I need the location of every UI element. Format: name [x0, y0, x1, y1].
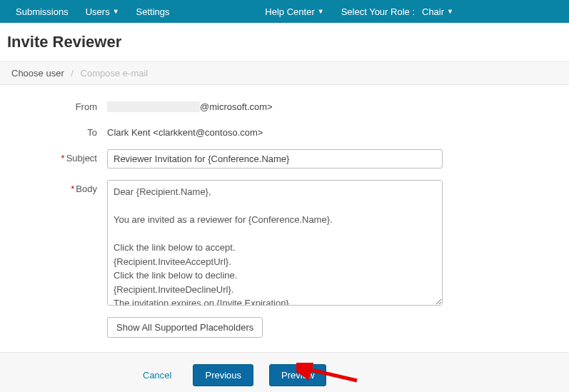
cancel-link[interactable]: Cancel [143, 370, 171, 381]
nav-help-label: Help Center [265, 6, 314, 17]
nav-users[interactable]: Users ▼ [77, 0, 128, 23]
from-value-suffix: @microsoft.com> [200, 101, 273, 112]
preview-button[interactable]: Preview [269, 364, 326, 386]
nav-users-label: Users [86, 6, 110, 17]
from-label: From [29, 98, 107, 112]
nav-settings[interactable]: Settings [128, 0, 178, 23]
nav-help-center[interactable]: Help Center ▼ [256, 0, 332, 23]
breadcrumb-step-compose-email: Compose e-mail [81, 68, 148, 79]
to-value: Clark Kent <clarkkent@contoso.com> [107, 124, 263, 138]
compose-email-form: From xxxxxxxxxxxxxxxxxxxx@microsoft.com>… [0, 85, 569, 338]
from-value: xxxxxxxxxxxxxxxxxxxx@microsoft.com> [107, 98, 273, 112]
nav-role-selector[interactable]: Select Your Role : Chair ▼ [333, 0, 462, 23]
body-label: *Body [29, 180, 107, 194]
previous-button[interactable]: Previous [193, 364, 253, 386]
chevron-down-icon: ▼ [113, 8, 119, 15]
chevron-down-icon: ▼ [447, 8, 453, 15]
show-placeholders-button[interactable]: Show All Supported Placeholders [107, 317, 263, 338]
nav-user-menu[interactable] [462, 0, 562, 23]
breadcrumb-separator: / [71, 68, 74, 79]
breadcrumb: Choose user / Compose e-mail [0, 61, 569, 85]
top-navbar: Submissions Users ▼ Settings Help Center… [0, 0, 569, 23]
form-footer: Cancel Previous Preview [0, 352, 569, 392]
chevron-down-icon: ▼ [318, 8, 324, 15]
nav-role-label: Select Your Role : [341, 6, 415, 17]
body-textarea[interactable] [107, 180, 443, 306]
to-label: To [29, 124, 107, 138]
subject-label: *Subject [29, 149, 107, 164]
redacted-name: xxxxxxxxxxxxxxxxxxxx [107, 101, 200, 112]
subject-input[interactable] [107, 149, 443, 169]
page-title: Invite Reviewer [7, 33, 569, 51]
nav-role-value: Chair [422, 6, 444, 17]
breadcrumb-step-choose-user[interactable]: Choose user [11, 68, 64, 79]
nav-submissions[interactable]: Submissions [7, 0, 77, 23]
